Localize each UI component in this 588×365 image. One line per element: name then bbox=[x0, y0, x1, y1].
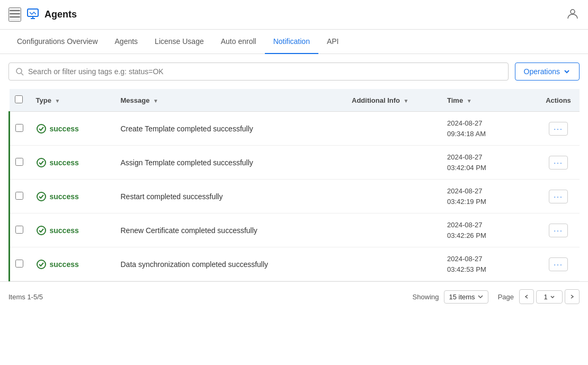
row-additional-info-cell bbox=[346, 146, 442, 180]
time-text: 2024-08-27 03:42:26 PM bbox=[447, 220, 532, 241]
table-header-row: Type ▼ Message ▼ Additional Info ▼ Time … bbox=[10, 89, 580, 112]
notifications-table: Type ▼ Message ▼ Additional Info ▼ Time … bbox=[8, 89, 580, 281]
row-actions-cell: ··· bbox=[537, 146, 580, 180]
time-clock: 03:42:19 PM bbox=[447, 197, 532, 207]
page-select-chevron-icon bbox=[550, 294, 555, 299]
success-badge: success bbox=[36, 259, 110, 270]
row-actions-button[interactable]: ··· bbox=[549, 122, 568, 136]
user-profile-button[interactable] bbox=[566, 7, 580, 22]
operations-button[interactable]: Operations bbox=[515, 63, 580, 81]
col-header-additional-info: Additional Info ▼ bbox=[346, 89, 442, 112]
items-range: Items 1-5/5 bbox=[8, 293, 43, 301]
time-clock: 09:34:18 AM bbox=[447, 129, 532, 139]
page-navigation: 1 bbox=[519, 289, 580, 304]
page-number-select[interactable]: 1 bbox=[536, 290, 563, 304]
table-row: success Assign Template completed succes… bbox=[10, 146, 580, 180]
message-text: Create Template completed successfully bbox=[121, 124, 253, 133]
time-sort-icon: ▼ bbox=[467, 98, 472, 104]
app-header: Agents bbox=[0, 0, 588, 30]
table-row: success Restart completed successfully 2… bbox=[10, 180, 580, 213]
success-badge: success bbox=[36, 123, 110, 134]
success-check-icon bbox=[36, 191, 47, 202]
row-checkbox-4[interactable] bbox=[15, 226, 23, 234]
time-text: 2024-08-27 03:42:19 PM bbox=[447, 186, 532, 207]
message-text: Data synchronization completed successfu… bbox=[121, 260, 269, 269]
tab-agents[interactable]: Agents bbox=[106, 30, 147, 54]
success-check-icon bbox=[36, 259, 47, 270]
row-type-cell: success bbox=[31, 146, 115, 180]
success-badge: success bbox=[36, 225, 110, 236]
search-icon bbox=[15, 67, 24, 76]
row-message-cell: Assign Template completed successfully bbox=[115, 146, 347, 180]
svg-rect-1 bbox=[10, 13, 20, 14]
time-date: 2024-08-27 bbox=[447, 186, 532, 197]
additional-info-sort-icon: ▼ bbox=[404, 98, 409, 104]
row-checkbox-3[interactable] bbox=[15, 192, 23, 200]
items-select-chevron-icon bbox=[477, 293, 484, 300]
select-all-checkbox[interactable] bbox=[15, 95, 23, 103]
row-actions-button[interactable]: ··· bbox=[549, 257, 568, 271]
row-type-cell: success bbox=[31, 247, 115, 281]
time-text: 2024-08-27 03:42:04 PM bbox=[447, 152, 532, 173]
col-header-actions: Actions bbox=[537, 89, 580, 112]
next-page-button[interactable] bbox=[565, 289, 580, 304]
row-message-cell: Restart completed successfully bbox=[115, 180, 347, 213]
row-actions-button[interactable]: ··· bbox=[549, 156, 568, 170]
svg-rect-0 bbox=[10, 10, 20, 11]
row-checkbox-1[interactable] bbox=[15, 124, 23, 132]
row-actions-cell: ··· bbox=[537, 180, 580, 213]
svg-line-6 bbox=[21, 73, 23, 75]
table-row: success Renew Certificate completed succ… bbox=[10, 213, 580, 247]
row-checkbox-cell bbox=[10, 180, 31, 213]
items-count-value: 15 items bbox=[449, 293, 475, 301]
row-checkbox-5[interactable] bbox=[15, 260, 23, 268]
header-left: Agents bbox=[8, 7, 77, 22]
success-badge: success bbox=[36, 157, 110, 168]
row-additional-info-cell bbox=[346, 247, 442, 281]
type-label: success bbox=[50, 192, 79, 201]
tab-configurations[interactable]: Configurations Overview bbox=[8, 30, 106, 54]
message-text: Assign Template completed successfully bbox=[121, 158, 253, 167]
row-time-cell: 2024-08-27 09:34:18 AM bbox=[442, 112, 537, 146]
chevron-down-icon bbox=[563, 68, 571, 75]
table-row: success Create Template completed succes… bbox=[10, 112, 580, 146]
time-clock: 03:42:04 PM bbox=[447, 163, 532, 173]
success-check-icon bbox=[36, 123, 47, 134]
footer-right: Showing 15 items Page 1 bbox=[413, 289, 580, 304]
prev-page-icon bbox=[524, 294, 529, 299]
type-label: success bbox=[50, 124, 79, 133]
tab-autoenroll[interactable]: Auto enroll bbox=[212, 30, 265, 54]
time-date: 2024-08-27 bbox=[447, 254, 532, 264]
tab-notification[interactable]: Notification bbox=[265, 30, 318, 54]
search-input[interactable] bbox=[28, 67, 502, 76]
svg-point-4 bbox=[571, 10, 575, 14]
tab-license[interactable]: License Usage bbox=[146, 30, 212, 54]
svg-point-7 bbox=[37, 124, 46, 133]
row-time-cell: 2024-08-27 03:42:53 PM bbox=[442, 247, 537, 281]
search-bar bbox=[8, 63, 509, 81]
success-badge: success bbox=[36, 191, 110, 202]
type-label: success bbox=[50, 158, 79, 167]
row-actions-button[interactable]: ··· bbox=[549, 190, 568, 203]
time-clock: 03:42:53 PM bbox=[447, 264, 532, 275]
next-page-icon bbox=[569, 294, 575, 299]
row-actions-button[interactable]: ··· bbox=[549, 224, 568, 237]
success-check-icon bbox=[36, 157, 47, 168]
prev-page-button[interactable] bbox=[519, 289, 534, 304]
row-actions-cell: ··· bbox=[537, 247, 580, 281]
time-clock: 03:42:26 PM bbox=[447, 230, 532, 241]
items-per-page-select[interactable]: 15 items bbox=[444, 290, 488, 304]
message-sort-icon: ▼ bbox=[153, 98, 158, 104]
success-check-icon bbox=[36, 225, 47, 236]
message-text: Restart completed successfully bbox=[121, 192, 223, 201]
row-checkbox-2[interactable] bbox=[15, 158, 23, 166]
row-actions-cell: ··· bbox=[537, 112, 580, 146]
app-title: Agents bbox=[44, 9, 77, 20]
tab-api[interactable]: API bbox=[318, 30, 348, 54]
app-logo-icon bbox=[26, 7, 39, 22]
svg-point-11 bbox=[37, 260, 46, 269]
hamburger-button[interactable] bbox=[8, 7, 21, 22]
row-message-cell: Data synchronization completed successfu… bbox=[115, 247, 347, 281]
svg-point-5 bbox=[16, 68, 22, 74]
message-text: Renew Certificate completed successfully bbox=[121, 226, 257, 235]
